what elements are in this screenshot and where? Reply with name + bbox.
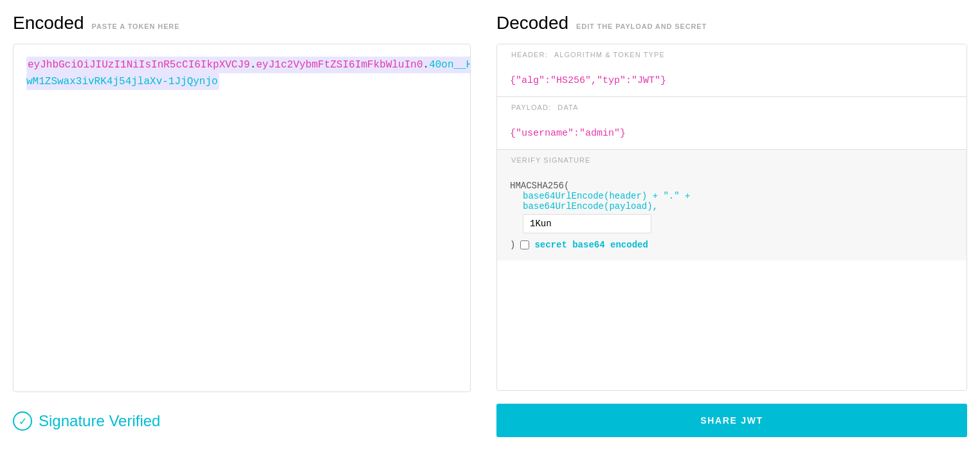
token-part2: eyJ1c2VybmFtZSI6ImFkbWluIn0 [256, 59, 422, 71]
verify-section: VERIFY SIGNATURE HMACSHA256( base64UrlEn… [497, 150, 966, 260]
payload-section: PAYLOAD: DATA {"username":"admin"} [497, 97, 966, 150]
encoded-token-box[interactable]: eyJhbGciOiJIUzI1NiIsInR5cCI6IkpXVCJ9.eyJ… [13, 44, 471, 392]
decoded-sections: HEADER: ALGORITHM & TOKEN TYPE {"alg":"H… [496, 44, 967, 391]
encoded-subtitle: PASTE A TOKEN HERE [92, 22, 180, 30]
signature-verified-label: Signature Verified [39, 412, 160, 430]
verify-label: VERIFY SIGNATURE [511, 156, 591, 164]
secret-line: ) secret base64 encoded [510, 240, 954, 250]
payload-content[interactable]: {"username":"admin"} [497, 118, 966, 149]
verify-line2: base64UrlEncode(header) + "." + [510, 191, 954, 201]
token-dot2: . [423, 59, 430, 71]
encoded-title: Encoded PASTE A TOKEN HERE [13, 13, 471, 33]
decoded-title-text: Decoded [496, 13, 568, 33]
header-label: HEADER: [511, 51, 548, 59]
verify-content: HMACSHA256( base64UrlEncode(header) + ".… [497, 170, 966, 260]
header-content[interactable]: {"alg":"HS256","typ":"JWT"} [497, 65, 966, 96]
check-icon [13, 411, 32, 431]
encoded-title-text: Encoded [13, 13, 84, 33]
signature-verified: Signature Verified [13, 405, 471, 437]
decoded-panel: Decoded EDIT THE PAYLOAD AND SECRET HEAD… [490, 0, 980, 450]
share-jwt-button[interactable]: SHARE JWT [496, 404, 967, 437]
secret-base64-label: secret base64 encoded [534, 240, 648, 250]
header-section-header: HEADER: ALGORITHM & TOKEN TYPE [497, 44, 966, 65]
header-json: {"alg":"HS256","typ":"JWT"} [510, 75, 666, 86]
payload-label: PAYLOAD: [511, 104, 551, 111]
verify-line3: base64UrlEncode(payload), [510, 201, 954, 212]
header-section: HEADER: ALGORITHM & TOKEN TYPE {"alg":"H… [497, 44, 966, 97]
payload-section-header: PAYLOAD: DATA [497, 97, 966, 118]
verify-line1: HMACSHA256( [510, 181, 569, 191]
encoded-panel: Encoded PASTE A TOKEN HERE eyJhbGciOiJIU… [0, 0, 490, 450]
payload-json: {"username":"admin"} [510, 128, 626, 139]
token-part1: eyJhbGciOiJIUzI1NiIsInR5cCI6IkpXVCJ9 [28, 59, 250, 71]
token-dot1: . [250, 59, 257, 71]
decoded-subtitle: EDIT THE PAYLOAD AND SECRET [576, 22, 707, 30]
secret-input[interactable] [523, 214, 651, 233]
header-sublabel: ALGORITHM & TOKEN TYPE [554, 51, 665, 59]
payload-sublabel: DATA [558, 104, 578, 111]
decoded-title: Decoded EDIT THE PAYLOAD AND SECRET [496, 13, 967, 33]
verify-section-header: VERIFY SIGNATURE [497, 150, 966, 170]
closing-paren: ) [510, 240, 515, 250]
secret-base64-checkbox[interactable] [520, 240, 529, 249]
